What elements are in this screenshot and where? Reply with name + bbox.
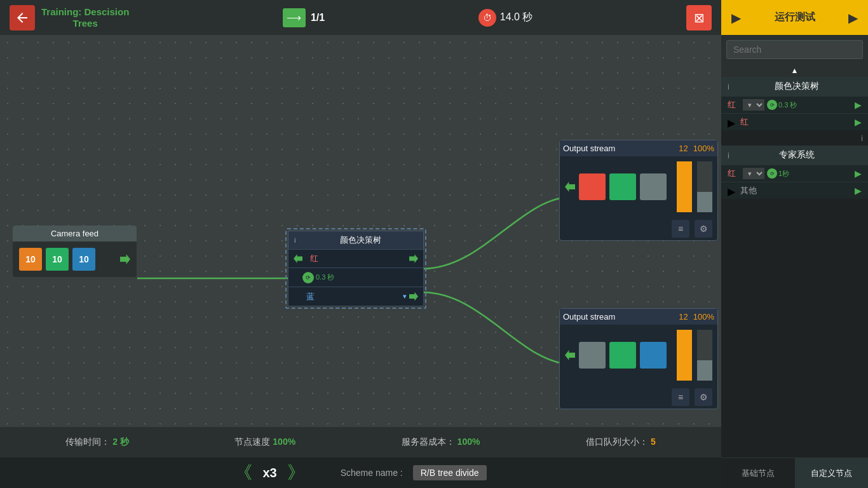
back-icon — [15, 10, 30, 25]
back-button[interactable] — [10, 5, 35, 30]
tab-basic-nodes[interactable]: 基础节点 — [721, 458, 795, 488]
output-stream-1-node: Output stream 12 100% ≡ ⚙ — [559, 140, 718, 241]
output1-input-connector[interactable] — [565, 182, 575, 192]
timer-value: 14.0 秒 — [500, 11, 533, 24]
dt-row-red: 红 — [288, 249, 424, 268]
panel-item2-arrow[interactable]: ▶ — [855, 168, 862, 179]
output1-block-gray — [640, 173, 667, 200]
transfer-time-value: 2 秒 — [112, 437, 129, 447]
output1-stats: 12 100% — [679, 144, 714, 153]
exit-button[interactable]: ⊠ — [686, 5, 712, 30]
step-forward-button[interactable]: ⟶ — [283, 8, 306, 27]
panel-item1-arrow[interactable]: ▶ — [855, 100, 862, 110]
status-bar: 传输时间： 2 秒 节点速度 100% 服务器成本： 100% 借口队列大小： … — [0, 427, 721, 458]
panel-item1-row2-arrow[interactable]: ▶ — [855, 117, 862, 127]
scheme-name: R/B tree divide — [413, 465, 487, 480]
output2-footer: ≡ ⚙ — [560, 386, 717, 409]
output2-body — [560, 325, 717, 386]
page-next-button[interactable]: 》 — [287, 461, 305, 485]
timer-icon: ⏱ — [478, 9, 496, 27]
panel-item2-play-icon: ▶ — [728, 186, 738, 196]
panel-item1-row1-label: 红 — [728, 99, 740, 111]
scheme-label: Scheme name : — [341, 468, 403, 478]
dt-output-blue-connector[interactable] — [409, 292, 418, 301]
panel-item1-play-icon: ▶ — [728, 117, 738, 127]
topbar: Training: Descision Trees ⟶ 1/1 ⏱ 14.0 秒… — [0, 0, 721, 35]
topbar-left: Training: Descision Trees — [10, 5, 129, 30]
queue-size-value: 5 — [651, 437, 656, 447]
panel-item2-row1-label: 红 — [728, 168, 740, 179]
panel-item1-dropdown[interactable]: ▾ — [743, 99, 764, 111]
panel-scroll-up-button[interactable]: ▲ — [721, 64, 868, 77]
bottom-area: 传输时间： 2 秒 节点速度 100% 服务器成本： 100% 借口队列大小： … — [0, 427, 721, 488]
queue-size-item: 借口队列大小： 5 — [586, 437, 656, 448]
dt-speed-indicator: ⟳ 0.3 秒 — [302, 272, 334, 283]
node-speed-item: 节点速度 100% — [234, 437, 295, 448]
camera-feed-node: Camera feed 10 10 10 — [13, 226, 137, 277]
panel-item1-row2: ▶ 红 ▶ — [721, 113, 868, 130]
camera-feed-header: Camera feed — [13, 226, 137, 241]
dt-dropdown-icon[interactable]: ▾ — [403, 292, 407, 301]
output2-settings-btn[interactable]: ⚙ — [695, 388, 712, 406]
server-cost-item: 服务器成本： 100% — [402, 437, 480, 448]
search-input[interactable] — [726, 40, 863, 59]
output2-progress-bar — [677, 330, 692, 381]
output1-block-green — [609, 173, 636, 200]
output1-progress-bar — [677, 161, 692, 212]
cam-block-2: 10 — [46, 248, 69, 271]
panel-item1-speed: ⟳ 0.3 秒 — [767, 100, 797, 110]
pagination-bar: 《 x3 》 Scheme name : R/B tree divide — [0, 458, 721, 488]
dt-speed-row: ⟳ 0.3 秒 — [288, 268, 424, 287]
output2-layers-btn[interactable]: ≡ — [672, 388, 689, 406]
cam-block-3: 10 — [72, 248, 95, 271]
decision-tree-header: i 颜色决策树 — [288, 231, 424, 249]
dt-output-red-connector[interactable] — [409, 254, 418, 263]
panel-item1-row2-label: 红 — [740, 116, 753, 128]
step-counter: 1/1 — [311, 12, 325, 24]
panel-bottom-tabs: 基础节点 自定义节点 — [721, 458, 868, 488]
panel-item1-label: 颜色决策树 — [732, 81, 862, 92]
panel-item2-row1: 红 ▾ ⟳ 1秒 ▶ — [721, 165, 868, 182]
output2-block-gray — [579, 342, 606, 369]
search-box — [721, 35, 868, 64]
panel-item1-row1: 红 ▾ ⟳ 0.3 秒 ▶ — [721, 96, 868, 113]
panel-info-divider: i — [721, 132, 868, 146]
page-title: Training: Descision Trees — [41, 6, 129, 29]
output1-progress-fill — [677, 161, 692, 212]
tab-custom-nodes[interactable]: 自定义节点 — [795, 458, 869, 488]
panel-item-decision-tree: i 颜色决策树 红 ▾ ⟳ 0.3 秒 ▶ ▶ 红 ▶ — [721, 77, 868, 130]
right-panel: ▶ 运行测试 ▶ ▲ i 颜色决策树 红 ▾ ⟳ 0.3 秒 ▶ ▶ 红 — [721, 0, 868, 488]
run-play-right-icon: ▶ — [848, 10, 858, 25]
panel-item2-dropdown[interactable]: ▾ — [743, 168, 764, 179]
run-test-button[interactable]: ▶ 运行测试 ▶ — [721, 0, 868, 35]
output1-settings-btn[interactable]: ⚙ — [695, 220, 712, 238]
run-play-left-icon: ▶ — [731, 10, 741, 25]
panel-item2-header: i 专家系统 — [721, 146, 868, 165]
dt-input-connector[interactable] — [294, 254, 302, 263]
panel-item2-row2-label: 其他 — [740, 185, 757, 196]
panel-item-expert-system: i 专家系统 红 ▾ ⟳ 1秒 ▶ ▶ 其他 ▶ — [721, 146, 868, 199]
output1-layers-btn[interactable]: ≡ — [672, 220, 689, 238]
camera-output-connector[interactable] — [120, 254, 130, 264]
output2-progress-bar2 — [697, 330, 712, 381]
server-cost-value: 100% — [458, 437, 480, 447]
cam-block-1: 10 — [19, 248, 42, 271]
panel-item1-header: i 颜色决策树 — [721, 77, 868, 96]
panel-item2-speed: ⟳ 1秒 — [767, 168, 789, 179]
topbar-timer: ⏱ 14.0 秒 — [478, 9, 533, 27]
output-stream-2-node: Output stream 12 100% ≡ ⚙ — [559, 308, 718, 409]
transfer-time-item: 传输时间： 2 秒 — [65, 437, 129, 448]
dt-row-blue: 蓝 ▾ — [288, 287, 424, 306]
output2-block-blue — [640, 342, 667, 369]
node-speed-value: 100% — [273, 437, 295, 447]
output1-block-red — [579, 173, 606, 200]
output2-header: Output stream 12 100% — [560, 309, 717, 325]
output1-body — [560, 156, 717, 217]
page-prev-button[interactable]: 《 — [234, 461, 252, 485]
output2-stats: 12 100% — [679, 312, 714, 322]
dt-info-badge: i — [292, 236, 298, 245]
panel-item2-row2-arrow[interactable]: ▶ — [855, 186, 862, 196]
output2-input-connector[interactable] — [565, 350, 575, 360]
panel-item2-label: 专家系统 — [732, 149, 862, 161]
panel-item2-row2: ▶ 其他 ▶ — [721, 182, 868, 199]
